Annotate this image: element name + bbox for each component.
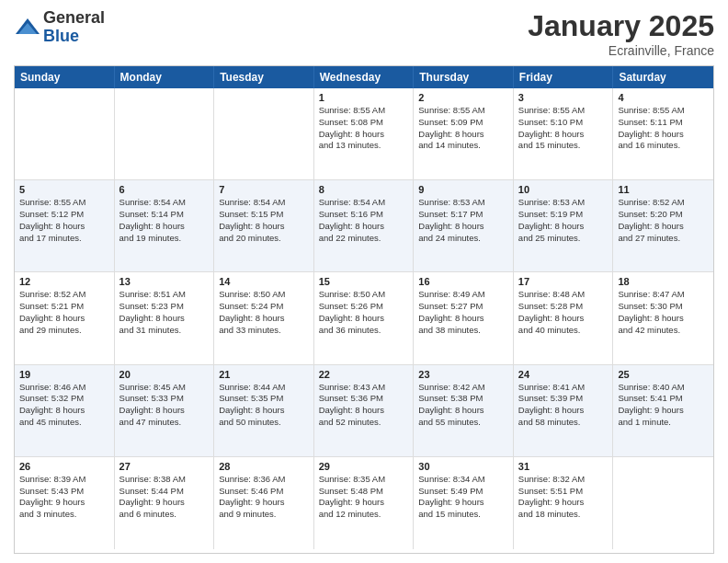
day-number: 13	[119, 276, 210, 287]
location: Ecrainville, France	[528, 43, 714, 58]
day-info: Sunrise: 8:32 AM Sunset: 5:51 PM Dayligh…	[518, 474, 609, 521]
day-24: 24Sunrise: 8:41 AM Sunset: 5:39 PM Dayli…	[514, 365, 614, 457]
day-info: Sunrise: 8:55 AM Sunset: 5:12 PM Dayligh…	[19, 197, 109, 244]
day-info: Sunrise: 8:50 AM Sunset: 5:24 PM Dayligh…	[219, 289, 309, 336]
header-day-tuesday: Tuesday	[214, 66, 314, 88]
logo-text: General Blue	[43, 9, 105, 46]
day-info: Sunrise: 8:45 AM Sunset: 5:33 PM Dayligh…	[119, 382, 210, 429]
day-info: Sunrise: 8:41 AM Sunset: 5:39 PM Dayligh…	[518, 382, 609, 429]
header-day-sunday: Sunday	[15, 66, 115, 88]
day-number: 9	[418, 184, 508, 195]
header-day-monday: Monday	[115, 66, 215, 88]
day-5: 5Sunrise: 8:55 AM Sunset: 5:12 PM Daylig…	[15, 180, 115, 272]
day-info: Sunrise: 8:54 AM Sunset: 5:14 PM Dayligh…	[119, 197, 210, 244]
day-number: 6	[119, 184, 210, 195]
day-3: 3Sunrise: 8:55 AM Sunset: 5:10 PM Daylig…	[514, 88, 614, 180]
day-number: 27	[119, 461, 210, 472]
day-18: 18Sunrise: 8:47 AM Sunset: 5:30 PM Dayli…	[613, 272, 713, 364]
title-section: January 2025 Ecrainville, France	[528, 9, 714, 58]
day-info: Sunrise: 8:55 AM Sunset: 5:10 PM Dayligh…	[518, 105, 609, 152]
logo-blue: Blue	[43, 28, 105, 46]
day-19: 19Sunrise: 8:46 AM Sunset: 5:32 PM Dayli…	[15, 365, 115, 457]
day-7: 7Sunrise: 8:54 AM Sunset: 5:15 PM Daylig…	[214, 180, 314, 272]
empty-cell	[15, 88, 115, 180]
day-2: 2Sunrise: 8:55 AM Sunset: 5:09 PM Daylig…	[414, 88, 514, 180]
day-number: 18	[618, 276, 709, 287]
header: General Blue January 2025 Ecrainville, F…	[14, 9, 714, 58]
day-number: 20	[119, 369, 210, 380]
calendar-body: 1Sunrise: 8:55 AM Sunset: 5:08 PM Daylig…	[15, 88, 713, 549]
day-9: 9Sunrise: 8:53 AM Sunset: 5:17 PM Daylig…	[414, 180, 514, 272]
header-day-saturday: Saturday	[613, 66, 713, 88]
logo-icon	[14, 14, 41, 41]
empty-cell	[214, 88, 314, 180]
day-12: 12Sunrise: 8:52 AM Sunset: 5:21 PM Dayli…	[15, 272, 115, 364]
day-30: 30Sunrise: 8:34 AM Sunset: 5:49 PM Dayli…	[414, 457, 514, 549]
day-4: 4Sunrise: 8:55 AM Sunset: 5:11 PM Daylig…	[613, 88, 713, 180]
header-day-thursday: Thursday	[414, 66, 514, 88]
day-number: 15	[319, 276, 409, 287]
day-info: Sunrise: 8:43 AM Sunset: 5:36 PM Dayligh…	[319, 382, 409, 429]
day-info: Sunrise: 8:48 AM Sunset: 5:28 PM Dayligh…	[518, 289, 609, 336]
day-number: 4	[618, 92, 709, 103]
day-info: Sunrise: 8:52 AM Sunset: 5:21 PM Dayligh…	[19, 289, 109, 336]
calendar-header: SundayMondayTuesdayWednesdayThursdayFrid…	[15, 66, 713, 88]
day-info: Sunrise: 8:47 AM Sunset: 5:30 PM Dayligh…	[618, 289, 709, 336]
day-number: 16	[418, 276, 508, 287]
day-number: 14	[219, 276, 309, 287]
day-13: 13Sunrise: 8:51 AM Sunset: 5:23 PM Dayli…	[115, 272, 215, 364]
day-11: 11Sunrise: 8:52 AM Sunset: 5:20 PM Dayli…	[613, 180, 713, 272]
day-number: 2	[418, 92, 508, 103]
day-info: Sunrise: 8:55 AM Sunset: 5:08 PM Dayligh…	[319, 105, 409, 152]
day-23: 23Sunrise: 8:42 AM Sunset: 5:38 PM Dayli…	[414, 365, 514, 457]
day-info: Sunrise: 8:46 AM Sunset: 5:32 PM Dayligh…	[19, 382, 109, 429]
day-info: Sunrise: 8:54 AM Sunset: 5:15 PM Dayligh…	[219, 197, 309, 244]
day-number: 1	[319, 92, 409, 103]
day-number: 8	[319, 184, 409, 195]
day-info: Sunrise: 8:55 AM Sunset: 5:09 PM Dayligh…	[418, 105, 508, 152]
day-number: 28	[219, 461, 309, 472]
logo: General Blue	[14, 9, 105, 46]
day-number: 10	[518, 184, 609, 195]
day-number: 11	[618, 184, 709, 195]
day-17: 17Sunrise: 8:48 AM Sunset: 5:28 PM Dayli…	[514, 272, 614, 364]
day-29: 29Sunrise: 8:35 AM Sunset: 5:48 PM Dayli…	[314, 457, 415, 549]
day-number: 24	[518, 369, 609, 380]
day-info: Sunrise: 8:35 AM Sunset: 5:48 PM Dayligh…	[319, 474, 409, 521]
day-6: 6Sunrise: 8:54 AM Sunset: 5:14 PM Daylig…	[115, 180, 215, 272]
day-10: 10Sunrise: 8:53 AM Sunset: 5:19 PM Dayli…	[514, 180, 614, 272]
day-21: 21Sunrise: 8:44 AM Sunset: 5:35 PM Dayli…	[214, 365, 314, 457]
logo-general: General	[43, 9, 105, 28]
header-day-friday: Friday	[514, 66, 614, 88]
day-number: 3	[518, 92, 609, 103]
day-number: 26	[19, 461, 109, 472]
day-number: 17	[518, 276, 609, 287]
day-number: 25	[618, 369, 709, 380]
header-day-wednesday: Wednesday	[314, 66, 415, 88]
day-28: 28Sunrise: 8:36 AM Sunset: 5:46 PM Dayli…	[214, 457, 314, 549]
day-info: Sunrise: 8:44 AM Sunset: 5:35 PM Dayligh…	[219, 382, 309, 429]
day-number: 5	[19, 184, 109, 195]
day-info: Sunrise: 8:42 AM Sunset: 5:38 PM Dayligh…	[418, 382, 508, 429]
day-22: 22Sunrise: 8:43 AM Sunset: 5:36 PM Dayli…	[314, 365, 415, 457]
day-1: 1Sunrise: 8:55 AM Sunset: 5:08 PM Daylig…	[314, 88, 415, 180]
day-info: Sunrise: 8:55 AM Sunset: 5:11 PM Dayligh…	[618, 105, 709, 152]
day-info: Sunrise: 8:53 AM Sunset: 5:19 PM Dayligh…	[518, 197, 609, 244]
calendar: SundayMondayTuesdayWednesdayThursdayFrid…	[14, 65, 714, 554]
day-number: 23	[418, 369, 508, 380]
day-16: 16Sunrise: 8:49 AM Sunset: 5:27 PM Dayli…	[414, 272, 514, 364]
day-number: 22	[319, 369, 409, 380]
day-31: 31Sunrise: 8:32 AM Sunset: 5:51 PM Dayli…	[514, 457, 614, 549]
day-8: 8Sunrise: 8:54 AM Sunset: 5:16 PM Daylig…	[314, 180, 415, 272]
day-info: Sunrise: 8:52 AM Sunset: 5:20 PM Dayligh…	[618, 197, 709, 244]
day-number: 21	[219, 369, 309, 380]
empty-cell	[115, 88, 215, 180]
day-info: Sunrise: 8:36 AM Sunset: 5:46 PM Dayligh…	[219, 474, 309, 521]
day-14: 14Sunrise: 8:50 AM Sunset: 5:24 PM Dayli…	[214, 272, 314, 364]
day-20: 20Sunrise: 8:45 AM Sunset: 5:33 PM Dayli…	[115, 365, 215, 457]
day-number: 31	[518, 461, 609, 472]
day-info: Sunrise: 8:34 AM Sunset: 5:49 PM Dayligh…	[418, 474, 508, 521]
day-15: 15Sunrise: 8:50 AM Sunset: 5:26 PM Dayli…	[314, 272, 415, 364]
day-26: 26Sunrise: 8:39 AM Sunset: 5:43 PM Dayli…	[15, 457, 115, 549]
day-number: 7	[219, 184, 309, 195]
